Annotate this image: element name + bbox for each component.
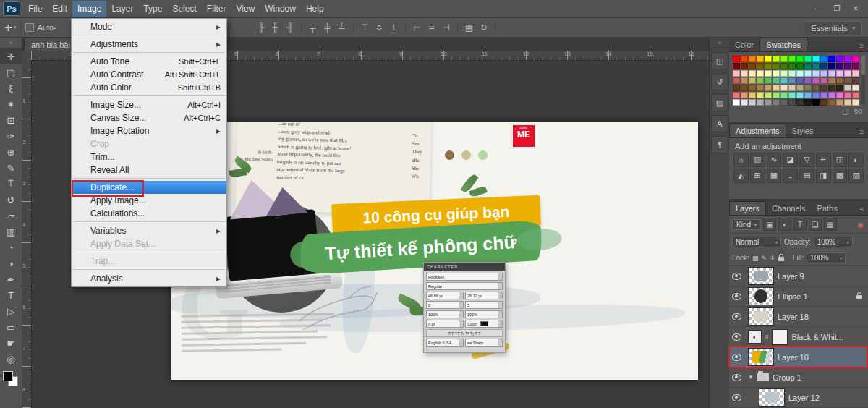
dock-expand-icon[interactable]: « <box>710 38 730 48</box>
color-swatch[interactable] <box>844 70 851 77</box>
tab-adjustments[interactable]: Adjustments <box>729 124 786 137</box>
rectangle-tool[interactable]: ▭ <box>0 319 22 335</box>
color-swatch[interactable] <box>765 99 772 106</box>
layer-row-ellipse-1[interactable]: Ellipse 1 <box>729 286 868 307</box>
color-swatch[interactable] <box>788 77 796 84</box>
color-swatch[interactable] <box>828 85 835 91</box>
pen-tool[interactable]: ✒ <box>0 271 22 287</box>
gradient-tool[interactable]: ▥ <box>0 224 22 239</box>
color-swatch[interactable] <box>780 85 788 91</box>
levels-icon[interactable]: ▥ <box>750 153 765 167</box>
visibility-toggle[interactable] <box>729 388 744 407</box>
color-swatch[interactable] <box>836 92 843 98</box>
color-swatch[interactable] <box>796 77 804 84</box>
panel-menu-icon[interactable]: ≡ <box>855 204 868 215</box>
color-swatch[interactable] <box>749 85 756 91</box>
color-swatch[interactable] <box>844 85 851 91</box>
panel-menu-icon[interactable]: ≡ <box>855 41 868 51</box>
color-swatch[interactable] <box>741 85 748 91</box>
minimize-button[interactable]: — <box>809 1 827 17</box>
color-swatch[interactable] <box>820 56 827 62</box>
color-swatch[interactable] <box>733 70 740 77</box>
color-swatch[interactable] <box>757 77 764 84</box>
color-swatch[interactable] <box>733 56 740 62</box>
app-logo[interactable]: Ps <box>3 1 20 16</box>
zoom-tool[interactable]: ◎ <box>0 351 22 367</box>
color-swatch[interactable] <box>812 92 820 98</box>
auto-select-checkbox[interactable] <box>25 23 34 32</box>
color-swatch[interactable] <box>757 85 764 91</box>
color-swatch[interactable] <box>820 92 827 98</box>
color-swatch[interactable] <box>804 92 812 98</box>
threshold-icon[interactable]: ◨ <box>816 169 831 183</box>
visibility-toggle[interactable] <box>729 347 744 367</box>
character-panel-icon[interactable]: A <box>711 115 728 132</box>
color-swatch[interactable] <box>812 70 820 77</box>
color-swatch[interactable] <box>780 92 788 98</box>
color-swatch[interactable] <box>788 99 796 106</box>
color-swatch[interactable] <box>780 70 788 77</box>
workspace-switcher[interactable]: Essentials <box>804 21 862 35</box>
menu-item-apply-data-set[interactable]: Apply Data Set... <box>72 237 226 250</box>
panel-menu-icon[interactable]: ≡ <box>855 127 868 137</box>
exposure-icon[interactable]: ◪ <box>783 153 798 167</box>
menu-item-image-rotation[interactable]: Image Rotation▶ <box>72 124 226 137</box>
menu-type[interactable]: Type <box>138 1 167 17</box>
color-swatch[interactable] <box>804 85 812 91</box>
align-right-edges-icon[interactable]: ╢ <box>284 22 295 33</box>
color-swatch[interactable] <box>812 63 820 69</box>
color-swatch[interactable] <box>765 70 772 77</box>
lock-transparency-icon[interactable]: ▦ <box>752 255 759 262</box>
menu-item-reveal-all[interactable]: Reveal All <box>72 163 226 177</box>
align-bottom-edges-icon[interactable]: ╧ <box>336 22 347 33</box>
color-swatch[interactable] <box>828 63 835 69</box>
tab-paths[interactable]: Paths <box>812 202 843 215</box>
color-lookup-icon[interactable]: ▦ <box>767 169 782 183</box>
layer-row-group-1[interactable]: ▼Group 1 <box>729 367 868 388</box>
color-swatch[interactable] <box>733 92 740 98</box>
selective-color-icon[interactable]: ▨ <box>848 169 864 183</box>
color-swatch[interactable] <box>757 99 764 106</box>
color-swatch[interactable] <box>765 63 772 69</box>
color-swatch[interactable] <box>844 92 851 98</box>
black-white-icon[interactable]: ◐ <box>848 153 864 167</box>
distribute-vertical-centers-icon[interactable]: ≎ <box>374 22 385 33</box>
color-swatch[interactable] <box>773 99 780 106</box>
color-swatch[interactable] <box>788 92 796 98</box>
hand-tool[interactable]: ☛ <box>0 335 22 351</box>
blur-tool[interactable]: ◔ <box>0 239 22 255</box>
color-swatch[interactable] <box>741 56 748 62</box>
distribute-left-edges-icon[interactable]: ⊢ <box>412 22 422 33</box>
history-panel-icon[interactable]: ↺ <box>711 73 728 90</box>
color-swatch[interactable] <box>773 63 780 69</box>
color-swatch[interactable] <box>757 70 764 77</box>
vertical-ruler[interactable]: 12345678 <box>22 60 32 408</box>
color-swatch[interactable] <box>828 99 835 106</box>
color-swatch[interactable] <box>812 77 820 84</box>
color-swatch[interactable] <box>773 56 780 62</box>
color-swatch[interactable] <box>780 99 788 106</box>
crop-tool[interactable]: ⊡ <box>0 112 22 128</box>
color-swatch[interactable] <box>836 70 843 77</box>
layer-row-layer-9[interactable]: Layer 9 <box>729 266 868 286</box>
design-document[interactable]: G th birth-ent Jane Smith ...an out of..… <box>171 122 698 380</box>
color-swatch[interactable] <box>804 77 812 84</box>
color-swatch[interactable] <box>836 63 843 69</box>
color-swatch[interactable] <box>788 63 796 69</box>
menu-item-variables[interactable]: Variables▶ <box>72 224 226 237</box>
menu-item-crop[interactable]: Crop <box>72 137 226 150</box>
color-swatch[interactable] <box>796 85 804 91</box>
color-swatch[interactable] <box>749 70 756 77</box>
color-swatch[interactable] <box>796 99 804 106</box>
menu-item-canvas-size[interactable]: Canvas Size...Alt+Ctrl+C <box>72 111 226 124</box>
swatches-scrollbar[interactable] <box>861 56 865 105</box>
align-vertical-centers-icon[interactable]: ╪ <box>322 22 333 33</box>
tab-color[interactable]: Color <box>729 38 760 51</box>
filter-shape-layers-icon[interactable]: ❏ <box>809 218 822 231</box>
menu-select[interactable]: Select <box>167 1 201 17</box>
color-swatch[interactable] <box>828 77 835 84</box>
filter-pixel-layers-icon[interactable]: ▣ <box>763 218 776 231</box>
color-swatch[interactable] <box>773 70 780 77</box>
menu-item-auto-color[interactable]: Auto ColorShift+Ctrl+B <box>72 81 226 94</box>
color-swatch[interactable] <box>765 77 772 84</box>
